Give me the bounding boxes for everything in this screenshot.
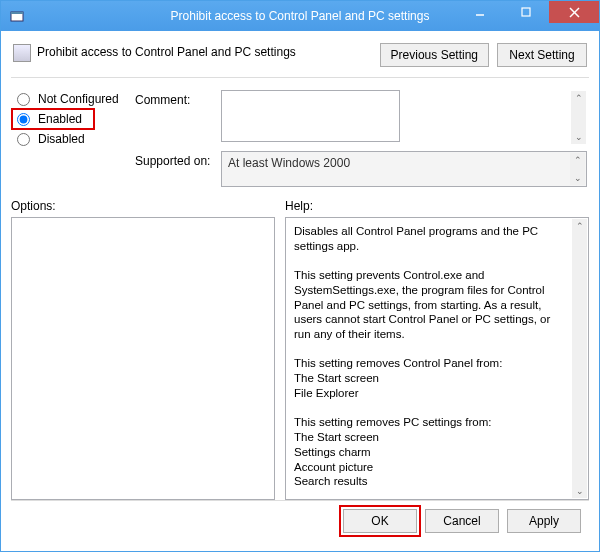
svg-rect-3 [522,8,530,16]
radio-not-configured-label: Not Configured [38,92,119,106]
radio-enabled[interactable]: Enabled [17,112,127,126]
radio-disabled-input[interactable] [17,133,30,146]
supported-value: At least Windows 2000 [222,152,571,188]
title-bar: Prohibit access to Control Panel and PC … [1,1,599,31]
header-row: Prohibit access to Control Panel and PC … [11,39,589,77]
options-label: Options: [11,199,275,213]
next-setting-button[interactable]: Next Setting [497,43,587,67]
svg-rect-1 [11,12,23,14]
config-section: Not Configured Enabled Disabled Comment: [11,77,589,187]
mid-section: Options: Help: Disables all Control Pane… [11,199,589,500]
radio-enabled-input[interactable] [17,113,30,126]
options-column: Options: [11,199,275,500]
minimize-button[interactable] [457,1,503,23]
bottom-bar: OK Cancel Apply [11,500,589,541]
supported-label: Supported on: [135,151,215,168]
help-column: Help: Disables all Control Panel program… [285,199,589,500]
help-text: Disables all Control Panel programs and … [286,218,573,499]
content-area: Prohibit access to Control Panel and PC … [1,31,599,551]
comment-row: Comment: ⌃⌄ [135,90,587,145]
radio-not-configured-input[interactable] [17,93,30,106]
policy-title: Prohibit access to Control Panel and PC … [37,43,374,59]
previous-setting-button[interactable]: Previous Setting [380,43,489,67]
radio-enabled-label: Enabled [38,112,82,126]
comment-label: Comment: [135,90,215,107]
help-label: Help: [285,199,589,213]
radio-not-configured[interactable]: Not Configured [17,92,127,106]
supported-row: Supported on: At least Windows 2000 ⌃⌄ [135,151,587,187]
help-box: Disables all Control Panel programs and … [285,217,589,500]
ok-button[interactable]: OK [343,509,417,533]
policy-icon [13,44,31,62]
comment-scrollbar[interactable]: ⌃⌄ [571,91,586,144]
app-icon [9,8,25,24]
state-radios: Not Configured Enabled Disabled [17,92,127,187]
window-buttons [457,1,599,31]
comment-textarea[interactable] [221,90,400,142]
radio-disabled[interactable]: Disabled [17,132,127,146]
apply-button[interactable]: Apply [507,509,581,533]
supported-scrollbar[interactable]: ⌃⌄ [570,153,585,185]
options-box [11,217,275,500]
maximize-button[interactable] [503,1,549,23]
fields-column: Comment: ⌃⌄ Supported on: At least Windo… [135,90,587,187]
radio-disabled-label: Disabled [38,132,85,146]
help-scrollbar[interactable]: ⌃⌄ [572,219,587,498]
nav-buttons: Previous Setting Next Setting [380,43,587,67]
close-button[interactable] [549,1,599,23]
policy-editor-window: Prohibit access to Control Panel and PC … [0,0,600,552]
cancel-button[interactable]: Cancel [425,509,499,533]
